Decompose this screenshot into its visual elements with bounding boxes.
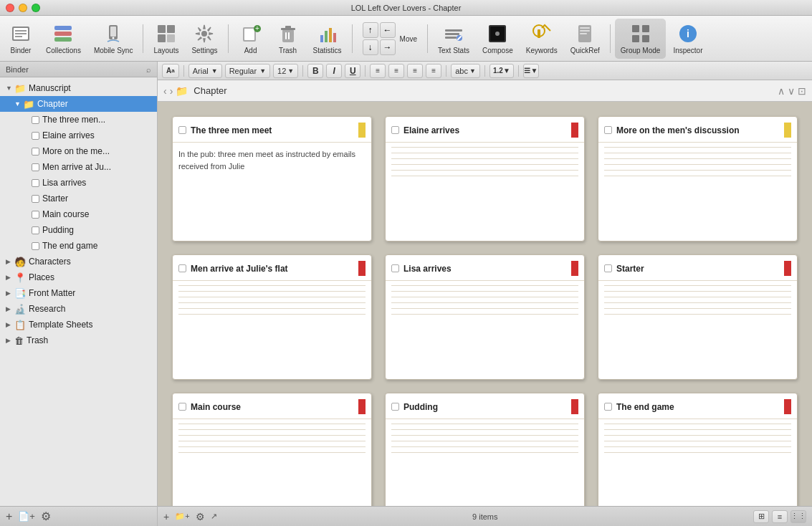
tree-men-arrive[interactable]: Men arrive at Ju...: [0, 159, 157, 175]
three-men-checkbox[interactable]: [32, 116, 39, 124]
size-selector[interactable]: 12 ▼: [273, 64, 298, 78]
align-right-button[interactable]: ≡: [407, 64, 423, 78]
toolbar-mobile-sync[interactable]: Mobile Sync: [88, 19, 138, 59]
view-corkboard-button[interactable]: ⋮⋮: [790, 510, 806, 523]
tree-places[interactable]: ▶ 📍 Places: [0, 269, 157, 285]
move-right-button[interactable]: →: [380, 39, 396, 55]
card-checkbox-more-on-mens-discussion[interactable]: [604, 126, 612, 134]
toolbar-text-stats[interactable]: Text Stats: [432, 19, 475, 59]
move-down-button[interactable]: ↓: [363, 39, 378, 55]
nav-forward[interactable]: ›: [170, 85, 173, 97]
close-button[interactable]: [6, 4, 14, 12]
tree-chapter[interactable]: ▼ 📁 Chapter: [0, 96, 157, 112]
tree-more-on-men[interactable]: More on the me...: [0, 143, 157, 159]
card-checkbox-main-course[interactable]: [178, 403, 186, 411]
index-card-men-arrive-julies-flat[interactable]: Men arrive at Julie's flat: [172, 254, 372, 380]
bold-button[interactable]: B: [307, 64, 323, 78]
text-color-selector[interactable]: abc ▼: [451, 64, 480, 78]
tree-end-game[interactable]: The end game: [0, 238, 157, 254]
index-card-three-men-meet[interactable]: The three men meet In the pub: three men…: [172, 116, 372, 242]
tree-research[interactable]: ▶ 🔬 Research: [0, 301, 157, 317]
toolbar-add[interactable]: + Add: [233, 19, 269, 59]
index-card-pudding[interactable]: Pudding: [385, 393, 585, 506]
collapse-down-button[interactable]: ∨: [788, 85, 795, 97]
align-center-button[interactable]: ≡: [388, 64, 404, 78]
add-folder-button[interactable]: +: [6, 510, 12, 523]
export-button[interactable]: ↗: [211, 512, 217, 521]
chapter-folder-icon: 📁: [176, 85, 188, 97]
more-on-men-checkbox[interactable]: [32, 148, 39, 156]
toolbar-inspector[interactable]: i Inspector: [667, 19, 708, 59]
index-card-more-on-mens-discussion[interactable]: More on the men's discussion: [598, 116, 798, 242]
status-settings-button[interactable]: ⚙: [196, 511, 205, 522]
lisa-checkbox[interactable]: [32, 179, 39, 187]
line-spacing-button[interactable]: 1.2▼: [489, 64, 514, 78]
card-checkbox-the-end-game[interactable]: [604, 403, 612, 411]
view-list-button[interactable]: ≡: [772, 510, 788, 523]
binder-settings-button[interactable]: ⚙: [41, 510, 51, 523]
expand-button[interactable]: ⊡: [798, 85, 806, 97]
move-left-button[interactable]: ←: [380, 22, 396, 38]
tree-elaine[interactable]: Elaine arrives: [0, 128, 157, 143]
toolbar-group-mode[interactable]: Group Mode: [615, 19, 667, 59]
index-card-elaine-arrives[interactable]: Elaine arrives: [385, 116, 585, 242]
settings-icon: [193, 22, 216, 45]
tree-characters[interactable]: ▶ 🧑 Characters: [0, 254, 157, 269]
toolbar-statistics[interactable]: Statistics: [307, 19, 348, 59]
end-game-checkbox[interactable]: [32, 242, 39, 250]
font-selector[interactable]: Arial ▼: [188, 64, 222, 78]
index-card-main-course[interactable]: Main course: [172, 393, 372, 506]
binder-search-icon[interactable]: ⌕: [146, 65, 151, 74]
font-size: 12: [277, 67, 286, 75]
add-folder-card-button[interactable]: 📁+: [175, 512, 189, 521]
main-course-checkbox[interactable]: [32, 211, 39, 219]
elaine-checkbox[interactable]: [32, 132, 39, 140]
svg-rect-32: [445, 37, 457, 39]
list-button[interactable]: ☰▼: [523, 64, 539, 78]
card-checkbox-starter[interactable]: [604, 264, 612, 272]
minimize-button[interactable]: [19, 4, 27, 12]
tree-front-matter[interactable]: ▶ 📑 Front Matter: [0, 285, 157, 301]
maximize-button[interactable]: [32, 4, 40, 12]
index-card-lisa-arrives[interactable]: Lisa arrives: [385, 254, 585, 380]
toolbar-binder[interactable]: Binder: [3, 19, 39, 59]
align-left-button[interactable]: ≡: [370, 64, 386, 78]
card-checkbox-lisa-arrives[interactable]: [391, 264, 399, 272]
toolbar-layouts[interactable]: Layouts: [148, 19, 184, 59]
nav-back[interactable]: ‹: [163, 85, 167, 97]
underline-button[interactable]: U: [345, 64, 360, 78]
align-justify-button[interactable]: ≡: [426, 64, 441, 78]
tree-template-sheets[interactable]: ▶ 📋 Template Sheets: [0, 317, 157, 333]
tree-main-course[interactable]: Main course: [0, 206, 157, 222]
tree-three-men[interactable]: The three men...: [0, 112, 157, 128]
style-selector[interactable]: Regular ▼: [225, 64, 270, 78]
pudding-checkbox[interactable]: [32, 226, 39, 234]
toolbar-compose[interactable]: Compose: [477, 19, 519, 59]
index-card-the-end-game[interactable]: The end game: [598, 393, 798, 506]
card-checkbox-men-arrive-julies-flat[interactable]: [178, 264, 186, 272]
index-card-starter[interactable]: Starter: [598, 254, 798, 380]
card-checkbox-elaine-arrives[interactable]: [391, 126, 399, 134]
view-grid-button[interactable]: ⊞: [753, 510, 769, 523]
card-tag-pudding: [571, 399, 578, 414]
toolbar-collections[interactable]: Collections: [40, 19, 87, 59]
tree-starter[interactable]: Starter: [0, 191, 157, 206]
tree-trash[interactable]: ▶ 🗑 Trash: [0, 333, 157, 348]
tree-pudding[interactable]: Pudding: [0, 222, 157, 238]
toolbar-quickref[interactable]: QuickRef: [565, 19, 606, 59]
add-doc-button[interactable]: 📄+: [18, 511, 35, 522]
tree-lisa[interactable]: Lisa arrives: [0, 175, 157, 191]
men-arrive-checkbox[interactable]: [32, 163, 39, 171]
toolbar-keywords[interactable]: Keywords: [520, 19, 563, 59]
starter-checkbox[interactable]: [32, 195, 39, 203]
card-checkbox-three-men-meet[interactable]: [178, 126, 186, 134]
add-card-button[interactable]: +: [163, 511, 169, 522]
italic-button[interactable]: I: [326, 64, 342, 78]
toolbar-trash[interactable]: Trash: [270, 19, 306, 59]
card-checkbox-pudding[interactable]: [391, 403, 399, 411]
collapse-up-button[interactable]: ∧: [778, 85, 785, 97]
move-up-button[interactable]: ↑: [363, 22, 378, 38]
toolbar-settings[interactable]: Settings: [186, 19, 223, 59]
format-aa-button[interactable]: Aa: [162, 64, 179, 78]
tree-manuscript[interactable]: ▼ 📁 Manuscript: [0, 80, 157, 96]
